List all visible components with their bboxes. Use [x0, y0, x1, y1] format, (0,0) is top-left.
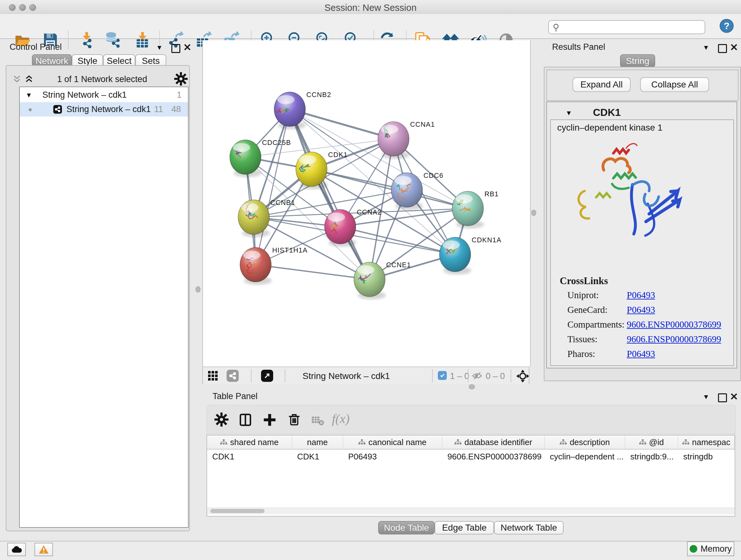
results-panel-float-icon[interactable]	[718, 44, 727, 53]
search-input[interactable]	[562, 22, 697, 33]
tab-string[interactable]: String	[620, 54, 655, 68]
warning-button[interactable]	[35, 543, 53, 556]
network-node-CDC25B[interactable]: CDC25B	[230, 139, 291, 177]
network-options-gear-icon[interactable]	[174, 72, 188, 87]
network-canvas[interactable]: CCNB2CCNA1CDC25BCDK1CDC6RB1CCNB1CCNA2CDK…	[202, 40, 531, 367]
expand-all-networks-icon[interactable]	[24, 74, 34, 85]
column-header-shared-name[interactable]: shared name	[207, 435, 292, 449]
network-edge-HIST1H1A-CCNE1[interactable]	[256, 265, 369, 279]
node-label-CCNB2: CCNB2	[307, 91, 331, 99]
network-node-CCNA1[interactable]: CCNA1	[378, 121, 435, 159]
selected-checkbox-icon[interactable]	[438, 371, 447, 380]
function-builder-icon[interactable]: f(x)	[332, 411, 350, 426]
help-button[interactable]: ?	[718, 17, 736, 35]
import-network-icon[interactable]	[77, 30, 96, 49]
collection-expand-icon[interactable]: ▼	[25, 91, 32, 99]
delete-column-trash-icon[interactable]	[287, 413, 301, 428]
results-panel-close-icon[interactable]: ✕	[730, 42, 738, 53]
column-header-namespac[interactable]: namespac	[678, 435, 735, 449]
show-columns-icon[interactable]	[239, 413, 252, 428]
table-cell[interactable]: cyclin–dependent ...	[545, 450, 625, 463]
divider	[432, 369, 433, 382]
grid-view-icon[interactable]	[207, 370, 218, 382]
right-splitter-handle[interactable]	[531, 210, 536, 216]
table-panel-collapse-icon[interactable]: ▼	[703, 393, 710, 401]
scrollbar-thumb[interactable]	[210, 509, 265, 513]
network-selection-status: 1 of 1 Network selected	[38, 74, 166, 84]
table-cell[interactable]: P06493	[343, 450, 442, 463]
crosslink-genecard-link[interactable]: P06493	[627, 305, 655, 315]
node-label-CCNA1: CCNA1	[410, 121, 435, 128]
network-node-CDK1[interactable]: CDK1	[296, 151, 347, 189]
fit-content-crosshair-icon[interactable]	[516, 369, 530, 384]
table-horizontal-scrollbar[interactable]	[207, 508, 735, 514]
crosslink-uniprot-link[interactable]: P06493	[627, 290, 655, 300]
control-panel-close-icon[interactable]: ✕	[183, 42, 192, 53]
column-header-database-identifier[interactable]: database identifier	[442, 435, 545, 449]
table-cell[interactable]: stringdb:9...	[625, 450, 678, 463]
import-table-icon[interactable]	[133, 30, 151, 49]
tab-edge-table[interactable]: Edge Table	[434, 521, 494, 535]
add-column-icon[interactable]	[263, 413, 276, 428]
cloud-button[interactable]	[7, 543, 26, 556]
crosslink-pharos-link[interactable]: P06493	[627, 349, 655, 359]
crosslink-compartments-link[interactable]: 9606.ENSP00000378699	[627, 319, 721, 330]
crosslink-label: Tissues:	[567, 334, 597, 344]
collapse-all-networks-icon[interactable]	[12, 74, 22, 85]
table-settings-gear-icon[interactable]	[214, 413, 228, 428]
table-cell[interactable]: CDK1	[207, 450, 292, 463]
control-panel-collapse-icon[interactable]: ▼	[156, 44, 163, 51]
collapse-all-button[interactable]: Collapse All	[640, 77, 709, 92]
selected-node-edge-count: 1 – 0	[450, 371, 469, 381]
node-label-CDC6: CDC6	[423, 172, 444, 179]
control-panel-title: Control Panel	[10, 42, 62, 52]
crosslink-label: Uniprot:	[567, 290, 599, 300]
node-label-CCNB1: CCNB1	[270, 199, 295, 206]
network-node-CDKN1A[interactable]: CDKN1A	[440, 236, 501, 274]
network-node-CDC6[interactable]: CDC6	[391, 172, 444, 210]
table-toolbar	[206, 405, 736, 434]
memory-button[interactable]: Memory	[687, 542, 734, 556]
divider	[511, 369, 511, 382]
import-network-database-icon[interactable]	[104, 30, 122, 49]
protein-card-collapse-icon[interactable]: ▼	[565, 109, 572, 117]
network-edge-CCNB2-HIST1H1A[interactable]	[256, 109, 290, 265]
network-collection-row[interactable]: ▼ String Network – cdk1 1	[20, 88, 188, 102]
tab-network-table[interactable]: Network Table	[494, 521, 563, 535]
column-header-@id[interactable]: @id	[625, 435, 678, 449]
table-cell[interactable]: 9606.ENSP00000378699	[442, 450, 545, 463]
crosslink-tissues-link[interactable]: 9606.ENSP00000378699	[627, 334, 721, 345]
table-panel-float-icon[interactable]	[718, 393, 727, 402]
network-node-RB1[interactable]: RB1	[452, 190, 499, 229]
column-header-name[interactable]: name	[292, 435, 343, 449]
table-cell[interactable]: stringdb	[678, 450, 735, 463]
collection-label: String Network – cdk1	[43, 90, 127, 100]
warning-icon	[39, 545, 49, 554]
table-panel-close-icon[interactable]: ✕	[730, 391, 738, 402]
left-splitter-handle[interactable]	[196, 287, 200, 293]
column-header-description[interactable]: description	[545, 435, 625, 449]
horizontal-splitter-handle[interactable]	[469, 384, 475, 389]
network-node-HIST1H1A[interactable]: HIST1H1A	[240, 246, 308, 285]
delete-table-icon[interactable]	[312, 415, 324, 427]
network-node-CCNE1[interactable]: CCNE1	[354, 261, 411, 300]
column-header-canonical-name[interactable]: canonical name	[343, 435, 442, 449]
network-row-selected[interactable]: ● String Network – cdk1 11 48	[20, 102, 188, 117]
network-share-view-icon[interactable]	[226, 370, 239, 382]
table-cell[interactable]: CDK1	[292, 450, 343, 463]
tab-node-table[interactable]: Node Table	[378, 521, 434, 535]
results-panel-collapse-icon[interactable]: ▼	[703, 44, 710, 51]
toolbar-separator	[68, 30, 69, 49]
network-node-CCNA2[interactable]: CCNA2	[325, 208, 382, 247]
expand-all-button[interactable]: Expand All	[572, 77, 630, 92]
search-box[interactable]: ⚲	[548, 20, 705, 34]
hidden-eye-icon[interactable]	[472, 371, 482, 382]
birdseye-view-icon[interactable]	[261, 370, 273, 382]
control-panel-float-icon[interactable]	[172, 44, 180, 53]
network-node-CCNB1[interactable]: CCNB1	[238, 199, 295, 237]
network-view-title: String Network – cdk1	[302, 371, 390, 381]
network-node-CCNB2[interactable]: CCNB2	[274, 91, 331, 129]
network-node-count: 11	[154, 105, 163, 114]
crosslink-row: Compartments: 9606.ENSP00000378699	[567, 319, 727, 330]
divider	[468, 369, 468, 382]
